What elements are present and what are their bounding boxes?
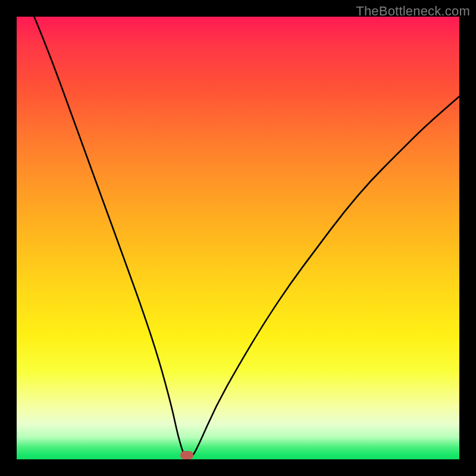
chart-frame: TheBottleneck.com	[0, 0, 476, 476]
optimal-point-marker	[180, 451, 193, 459]
bottleneck-curve	[17, 17, 459, 459]
plot-area	[17, 17, 459, 459]
